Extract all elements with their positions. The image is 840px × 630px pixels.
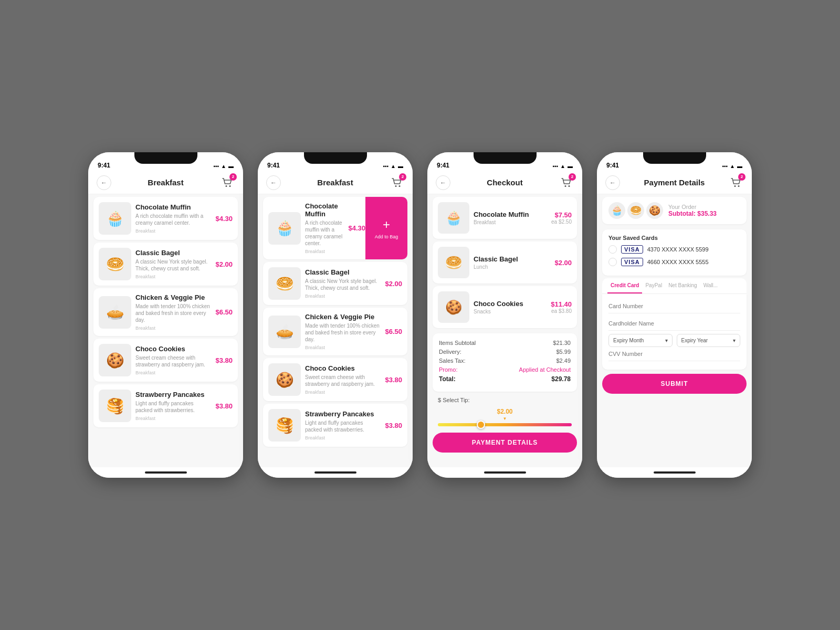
food-info: Choco Cookies Sweet cream cheese with st… <box>301 364 385 395</box>
card-option-2[interactable]: VISA 4660 XXXX XXXX 5555 <box>608 258 740 266</box>
food-item-card[interactable]: 🧁 Chocolate Muffin A rich chocolate muff… <box>93 197 238 240</box>
tab-wallet[interactable]: Wall... <box>700 278 721 293</box>
food-price: $2.00 <box>215 260 233 268</box>
back-button[interactable]: ← <box>97 175 111 190</box>
menu-list: 🧁 Chocolate Muffin A rich chocolate muff… <box>88 194 243 430</box>
food-price: $3.80 <box>215 402 233 410</box>
chevron-down-icon: ▾ <box>733 338 736 343</box>
food-item-card[interactable]: 🥧 Chicken & Veggie Pie Made with tender … <box>263 308 407 355</box>
card-number-1: 4370 XXXX XXXX 5599 <box>647 246 709 253</box>
cart-badge: 2 <box>738 173 746 181</box>
food-item-card[interactable]: 🥞 Strawberry Pancakes Light and fluffy p… <box>263 404 407 447</box>
checkout-item-name: Classic Bagel <box>474 255 550 263</box>
food-item-card[interactable]: 🥞 Strawberry Pancakes Light and fluffy p… <box>93 384 238 427</box>
cart-badge: 2 <box>229 173 237 181</box>
signal-icon: ▪▪▪ <box>722 163 728 169</box>
home-bar <box>427 467 582 478</box>
expiry-year-label: Expiry Year <box>681 338 708 343</box>
home-indicator <box>654 471 696 474</box>
back-button[interactable]: ← <box>605 175 620 190</box>
checkout-item-name: Choco Cookies <box>474 300 547 308</box>
saved-cards-title: Your Saved Cards <box>608 235 740 241</box>
food-item-card[interactable]: 🥯 Classic Bagel A classic New York style… <box>263 262 407 305</box>
status-icons: ▪▪▪ ▲ ▬ <box>552 163 573 169</box>
tip-slider[interactable]: $2.00 ▼ <box>433 406 577 428</box>
tip-label-row: $ Select Tip: <box>433 397 577 403</box>
add-to-bag-overlay[interactable]: + Add to Bag <box>365 197 407 259</box>
tip-track-container <box>438 423 572 426</box>
payment-details-button[interactable]: PAYMENT DETAILS <box>433 433 577 453</box>
food-item-card[interactable]: 🧁 Chocolate Muffin A rich chocolate muff… <box>263 197 407 259</box>
visa-logo-1: VISA <box>621 245 643 254</box>
svg-point-6 <box>734 185 736 187</box>
screen3-header: ← Checkout 2 <box>427 171 582 194</box>
saved-cards-section: Your Saved Cards VISA 4370 XXXX XXXX 559… <box>602 229 747 276</box>
food-item-card[interactable]: 🥯 Classic Bagel A classic New York style… <box>93 243 238 286</box>
expiry-month-select[interactable]: Expiry Month ▾ <box>608 334 673 347</box>
payment-tabs: Credit Card PayPal Net Banking Wall... <box>602 278 747 294</box>
back-button[interactable]: ← <box>266 175 281 190</box>
cvv-input[interactable] <box>608 347 740 361</box>
notch <box>643 152 706 164</box>
food-item-card[interactable]: 🍪 Choco Cookies Sweet cream cheese with … <box>263 358 407 401</box>
food-category: Breakfast <box>135 228 211 234</box>
food-name: Choco Cookies <box>135 345 211 353</box>
radio-card2[interactable] <box>608 258 617 266</box>
delivery-label: Delivery: <box>439 349 461 355</box>
cart-badge: 2 <box>399 173 406 181</box>
screen2-header: ← Breakfast 2 <box>258 171 413 194</box>
food-item-card[interactable]: 🍪 Choco Cookies Sweet cream cheese with … <box>93 339 238 382</box>
back-button[interactable]: ← <box>436 175 450 190</box>
screen2-content: 🧁 Chocolate Muffin A rich chocolate muff… <box>258 194 413 467</box>
submit-button[interactable]: SUBMIT <box>602 374 747 394</box>
phones-container: 9:41 ▪▪▪ ▲ ▬ ← Breakfast 2 🧁 <box>88 152 752 478</box>
food-category: Breakfast <box>305 249 344 254</box>
total-row: Total: $29.78 <box>439 375 571 383</box>
checkout-item-name: Chocolate Muffin <box>474 211 547 218</box>
items-subtotal-value: $21.30 <box>553 340 571 346</box>
promo-row: Promo: Applied at Checkout <box>439 366 571 373</box>
food-info: Classic Bagel A classic New York style b… <box>301 268 385 299</box>
food-category: Breakfast <box>135 274 211 279</box>
food-item-card[interactable]: 🥧 Chicken & Veggie Pie Made with tender … <box>93 288 238 336</box>
food-price: $3.80 <box>215 356 233 364</box>
food-category: Breakfast <box>135 326 211 331</box>
food-price: $3.80 <box>385 376 402 384</box>
food-desc: A classic New York style bagel. Thick, c… <box>305 278 381 291</box>
food-category: Breakfast <box>305 293 381 299</box>
delivery-row: Delivery: $5.99 <box>439 349 571 355</box>
card-number-input[interactable] <box>608 299 740 313</box>
cardholder-name-input[interactable] <box>608 317 740 331</box>
delivery-value: $5.99 <box>556 349 571 355</box>
checkout-list: 🧁 Chocolate Muffin Breakfast $7.50 ea $2… <box>427 194 582 331</box>
food-image: 🍪 <box>268 363 301 396</box>
cart-button[interactable]: 2 <box>729 175 743 190</box>
food-name: Strawberry Pancakes <box>135 391 211 398</box>
food-image: 🥞 <box>99 390 131 422</box>
menu-list-overlay: 🧁 Chocolate Muffin A rich chocolate muff… <box>258 194 413 449</box>
food-desc: Sweet cream cheese with strawberry and r… <box>305 374 381 387</box>
food-info: Choco Cookies Sweet cream cheese with st… <box>131 345 215 375</box>
home-indicator <box>145 471 187 474</box>
tip-thumb[interactable] <box>477 421 485 429</box>
order-img-muffin: 🧁 <box>608 202 625 219</box>
checkout-item-pricing: $2.00 <box>554 259 572 267</box>
tab-net-banking[interactable]: Net Banking <box>665 278 700 293</box>
radio-card1[interactable] <box>608 245 617 254</box>
food-info: Chocolate Muffin A rich chocolate muffin… <box>301 202 348 254</box>
food-category: Breakfast <box>135 416 211 421</box>
tab-credit-card[interactable]: Credit Card <box>607 278 642 293</box>
home-indicator <box>314 471 356 474</box>
food-name: Classic Bagel <box>135 249 211 257</box>
cart-button[interactable]: 2 <box>220 175 235 190</box>
expiry-year-select[interactable]: Expiry Year ▾ <box>677 334 741 347</box>
card-option-1[interactable]: VISA 4370 XXXX XXXX 5599 <box>608 245 740 254</box>
cart-button[interactable]: 2 <box>559 175 574 190</box>
svg-point-3 <box>399 185 401 187</box>
your-order-label: Your Order <box>668 204 717 210</box>
checkout-item-sub: Snacks <box>474 309 547 314</box>
tip-amount: $2.00 <box>438 408 572 415</box>
tab-paypal[interactable]: PayPal <box>642 278 665 293</box>
order-img-cookies: 🍪 <box>646 202 663 219</box>
cart-button[interactable]: 2 <box>390 175 404 190</box>
